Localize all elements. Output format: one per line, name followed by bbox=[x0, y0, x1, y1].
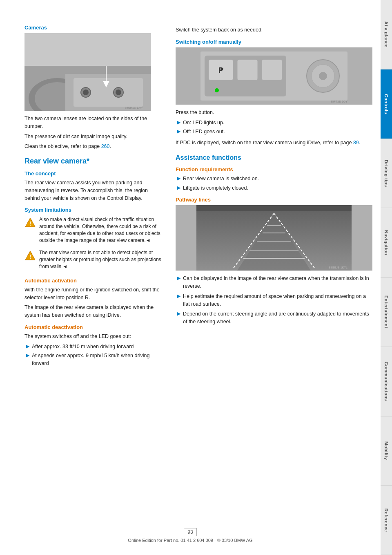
svg-text:!: ! bbox=[29, 220, 31, 227]
switching-heading: Switching on/off manually bbox=[176, 39, 372, 45]
bullet-text-off: Off: LED goes out. bbox=[183, 128, 225, 136]
svg-text:89GH1E-1.VY: 89GH1E-1.VY bbox=[125, 106, 143, 109]
bullet-arrow-after: ▶ bbox=[26, 344, 29, 349]
pathway-bullet1: ▶ Can be displayed in the image of the r… bbox=[176, 275, 372, 290]
svg-text:!: ! bbox=[29, 253, 31, 260]
auto-activation-para1: With the engine running or the ignition … bbox=[24, 286, 163, 302]
warning-text-1: Also make a direct visual check of the t… bbox=[39, 216, 163, 244]
pdc-text: If PDC is displayed, switch on the rear … bbox=[176, 139, 372, 147]
warning-box-1: ! Also make a direct visual check of the… bbox=[24, 216, 163, 246]
bullet-arrow-liftgate: ▶ bbox=[177, 185, 180, 190]
cameras-section: Cameras bbox=[24, 25, 163, 150]
cameras-para1: The two camera lenses are located on the… bbox=[24, 115, 163, 130]
sidebar: At a glance Controls Driving tips Naviga… bbox=[381, 0, 392, 555]
bullet-text-speeds: At speeds over approx. 9 mph/15 km/h whe… bbox=[32, 352, 163, 367]
sidebar-tab-controls[interactable]: Controls bbox=[381, 69, 392, 139]
bullet-arrow-off: ▶ bbox=[177, 129, 180, 134]
bullet-off: ▶ Off: LED goes out. bbox=[176, 128, 372, 136]
press-button: Press the button. bbox=[176, 109, 372, 116]
bullet-speeds: ▶ At speeds over approx. 9 mph/15 km/h w… bbox=[24, 352, 163, 367]
svg-point-10 bbox=[116, 90, 121, 95]
cameras-heading: Cameras bbox=[24, 25, 163, 31]
concept-para: The rear view camera assists you when pa… bbox=[24, 179, 163, 202]
right-column: Switch the system back on as needed. Swi… bbox=[176, 25, 372, 530]
page-number: 93 bbox=[184, 528, 196, 536]
switch-back: Switch the system back on as needed. bbox=[176, 26, 372, 34]
sidebar-tab-at-a-glance[interactable]: At a glance bbox=[381, 0, 392, 69]
bullet-arrow-p3: ▶ bbox=[177, 311, 180, 316]
bullet-arrow-speeds: ▶ bbox=[26, 353, 29, 358]
cameras-para3: Clean the objective, refer to page 260. bbox=[24, 143, 163, 150]
sidebar-tab-driving-tips[interactable]: Driving tips bbox=[381, 139, 392, 208]
assistance-heading: Assistance functions bbox=[176, 154, 372, 161]
svg-text:89FT3E-1OY: 89FT3E-1OY bbox=[331, 100, 348, 103]
sidebar-tab-entertainment[interactable]: Entertainment bbox=[381, 278, 392, 347]
svg-rect-2 bbox=[24, 33, 151, 66]
bullet-switched-on: ▶ Rear view camera is switched on. bbox=[176, 175, 372, 183]
concept-heading: The concept bbox=[24, 170, 163, 177]
pathway-bullet3: ▶ Depend on the current steering angle a… bbox=[176, 310, 372, 326]
left-column: Cameras bbox=[24, 25, 163, 530]
warning-icon-2: ! bbox=[24, 250, 36, 262]
bullet-arrow-p1: ▶ bbox=[177, 275, 180, 281]
auto-activation-heading: Automatic activation bbox=[24, 278, 163, 284]
warning-icon-1: ! bbox=[24, 217, 36, 228]
svg-point-8 bbox=[83, 90, 89, 95]
bullet-on: ▶ On: LED lights up. bbox=[176, 119, 372, 127]
sidebar-tab-navigation[interactable]: Navigation bbox=[381, 208, 392, 278]
svg-rect-23 bbox=[237, 60, 258, 80]
auto-deactivation-heading: Automatic deactivation bbox=[24, 324, 163, 330]
svg-point-27 bbox=[319, 72, 327, 80]
bullet-text-after: After approx. 33 ft/10 m when driving fo… bbox=[32, 343, 134, 351]
bullet-text-p1: Can be displayed in the image of the rea… bbox=[183, 275, 372, 290]
svg-rect-24 bbox=[262, 60, 282, 80]
sidebar-tab-reference[interactable]: Reference bbox=[381, 486, 392, 555]
warning-text-2: The rear view camera is not able to dete… bbox=[39, 249, 163, 270]
pathway-heading: Pathway lines bbox=[176, 197, 372, 203]
bullet-liftgate: ▶ Liftgate is completely closed. bbox=[176, 184, 372, 192]
page-footer: 93 Online Edition for Part no. 01 41 2 6… bbox=[0, 528, 381, 543]
sidebar-tab-communications[interactable]: Communications bbox=[381, 347, 392, 416]
bullet-text-on: On: LED lights up. bbox=[183, 119, 224, 127]
bullet-text-p3: Depend on the current steering angle and… bbox=[183, 310, 372, 326]
svg-point-28 bbox=[215, 88, 219, 92]
svg-text:▶: ▶ bbox=[220, 66, 224, 71]
rear-view-heading: Rear view camera* bbox=[24, 157, 163, 166]
warning-box-2: ! The rear view camera is not able to de… bbox=[24, 249, 163, 272]
pathway-image: 89GEJB-1KYL bbox=[176, 205, 372, 271]
auto-deactivation-para: The system switches off and the LED goes… bbox=[24, 333, 163, 340]
footer-text: Online Edition for Part no. 01 41 2 604 … bbox=[128, 538, 252, 543]
svg-rect-39 bbox=[196, 205, 352, 211]
bullet-arrow-on: ▶ bbox=[177, 120, 180, 125]
bullet-text-p2: Help estimate the required amount of spa… bbox=[183, 293, 372, 308]
function-req-heading: Function requirements bbox=[176, 166, 372, 172]
bullet-arrow-switched: ▶ bbox=[177, 176, 180, 181]
auto-activation-para2: The image of the rear view camera is dis… bbox=[24, 304, 163, 319]
svg-text:89GEJB-1KYL: 89GEJB-1KYL bbox=[329, 266, 347, 269]
camera-image: 89GH1E-1.VY bbox=[24, 33, 151, 111]
bullet-arrow-p2: ▶ bbox=[177, 293, 180, 299]
rear-view-section: Rear view camera* The concept The rear v… bbox=[24, 157, 163, 367]
bullet-text-switched: Rear view camera is switched on. bbox=[183, 175, 259, 183]
idrive-image: P ▶ 89FT3E-1OY bbox=[176, 47, 372, 105]
system-limitations-heading: System limitations bbox=[24, 207, 163, 213]
pathway-bullet2: ▶ Help estimate the required amount of s… bbox=[176, 293, 372, 308]
sidebar-tab-mobility[interactable]: Mobility bbox=[381, 416, 392, 486]
bullet-after: ▶ After approx. 33 ft/10 m when driving … bbox=[24, 343, 163, 351]
bullet-text-liftgate: Liftgate is completely closed. bbox=[183, 184, 248, 192]
cameras-para2: The presence of dirt can impair image qu… bbox=[24, 133, 163, 141]
